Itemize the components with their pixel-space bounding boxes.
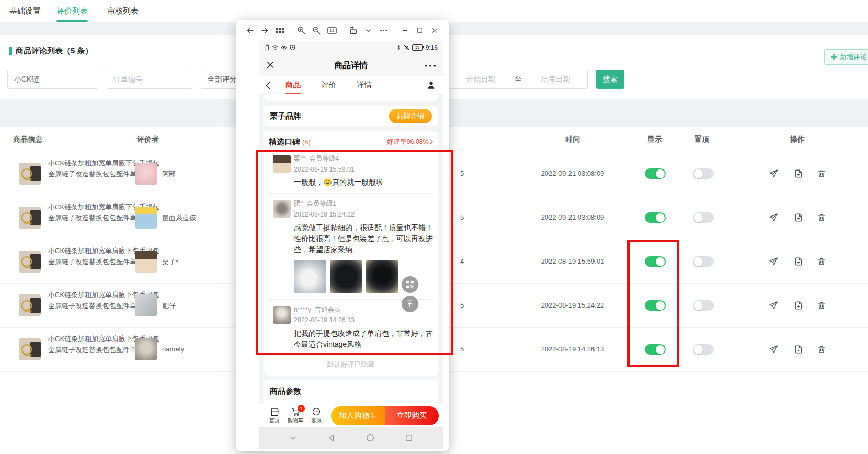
cart-badge: 1 [298, 405, 305, 412]
delete-icon[interactable] [817, 301, 826, 310]
show-toggle[interactable] [645, 212, 666, 223]
review-text: 一般般， [294, 177, 323, 188]
share-icon[interactable] [769, 345, 778, 354]
back-icon[interactable] [245, 26, 255, 35]
toggle-knob [694, 301, 703, 310]
cart-nav-item[interactable]: 1 购物车 [285, 407, 306, 424]
review-score: 5 [460, 345, 464, 353]
more-options-icon[interactable] [379, 26, 388, 35]
top-toggle[interactable] [693, 344, 714, 355]
show-toggle[interactable] [645, 300, 666, 311]
add-comment-button[interactable]: 新增评论 [824, 49, 868, 65]
phone-screen: 55 9:16 商品详情 商品 评价 详情 栗子品牌 品牌介绍 [259, 41, 443, 449]
tab-goods[interactable]: 商品 [285, 80, 301, 91]
review-content: 把我的手提包改造成了单肩包，非常好，古今最适合vintage风格 [294, 328, 433, 350]
qr-code-button[interactable] [402, 276, 418, 293]
qr-code-icon [406, 280, 414, 289]
tab-detail[interactable]: 详情 [357, 80, 372, 91]
order-number-input[interactable] [107, 70, 192, 89]
share-icon[interactable] [769, 213, 778, 222]
reviewer-avatar [135, 163, 157, 185]
show-toggle[interactable] [645, 256, 666, 267]
zoom-in-icon[interactable] [297, 26, 306, 35]
top-toggle[interactable] [693, 168, 714, 179]
product-search-input[interactable] [7, 70, 98, 89]
start-date-placeholder: 开始日期 [449, 75, 512, 84]
rotate-screen-icon[interactable] [348, 26, 358, 35]
review-user-level: 普通会员 [315, 306, 341, 313]
review-score: 5 [460, 213, 464, 221]
top-toggle[interactable] [693, 212, 714, 223]
wifi-icon [272, 44, 278, 50]
cart-label: 购物车 [288, 417, 303, 424]
review-user-level: 会员等级1 [306, 200, 336, 207]
minimize-icon[interactable] [400, 26, 409, 35]
close-icon[interactable] [430, 26, 440, 35]
chevron-down-icon[interactable] [363, 26, 373, 35]
maximize-icon[interactable] [415, 26, 425, 35]
back-to-top-button[interactable] [402, 296, 418, 312]
service-nav-item[interactable]: 客服 [306, 407, 327, 424]
more-menu-icon[interactable] [425, 64, 436, 68]
reviews-card: 精选口碑 (5) 好评率96.08% 栗** 会员等级4 2022-08-19 … [264, 131, 438, 376]
copy-file-icon[interactable] [794, 257, 803, 266]
toggle-knob [656, 257, 665, 266]
hide-nav-icon[interactable] [289, 434, 298, 442]
review-avatar [273, 306, 291, 324]
phone-status-bar: 55 9:16 [259, 41, 443, 54]
android-home-icon[interactable] [366, 433, 375, 442]
review-content: 感觉做工挺精细的，很适配！质量也不错！性价比很高！但是包装差了点，可以再改进些，… [294, 222, 433, 255]
header-reviewer: 评价者 [137, 135, 159, 144]
delete-icon[interactable] [817, 257, 826, 266]
tab-basic-settings[interactable]: 基础设置 [9, 0, 41, 22]
review-time: 2022-08-19 15:24:22 [539, 301, 607, 309]
brand-intro-button[interactable]: 品牌介绍 [389, 109, 432, 123]
copy-file-icon[interactable] [794, 345, 803, 354]
top-toggle[interactable] [693, 300, 714, 311]
end-date-placeholder: 结束日期 [524, 75, 587, 84]
copy-file-icon[interactable] [794, 301, 803, 310]
top-toggle[interactable] [693, 256, 714, 267]
positive-rate-link[interactable]: 好评率96.08% [387, 138, 433, 146]
arrow-up-icon [406, 300, 414, 308]
search-button[interactable]: 搜索 [596, 70, 624, 89]
apps-grid-icon[interactable] [276, 26, 285, 35]
share-icon[interactable] [769, 257, 778, 266]
delete-icon[interactable] [817, 345, 826, 354]
review-photo[interactable] [330, 260, 362, 293]
copy-file-icon[interactable] [794, 169, 803, 178]
toggle-knob [656, 213, 665, 222]
delete-icon[interactable] [817, 169, 826, 178]
params-title: 商品参数 [270, 387, 432, 396]
back-chevron-icon[interactable] [265, 81, 271, 90]
reviewer-avatar [135, 294, 157, 316]
shop-icon [270, 407, 280, 416]
home-label: 首页 [269, 417, 280, 424]
home-nav-item[interactable]: 首页 [264, 407, 285, 424]
tab-audit-list[interactable]: 审核列表 [107, 0, 139, 22]
share-icon[interactable] [769, 301, 778, 310]
buy-now-button[interactable]: 立即购买 [385, 406, 439, 425]
delete-icon[interactable] [817, 213, 826, 222]
reviewer-name: 栗子* [162, 257, 178, 267]
add-to-cart-button[interactable]: 加入购物车 [331, 406, 385, 425]
android-recents-icon[interactable] [405, 434, 413, 442]
date-range-picker[interactable]: 开始日期 至 结束日期 [449, 70, 588, 89]
zoom-out-icon[interactable] [312, 26, 322, 35]
actual-size-icon[interactable]: 1:1 [327, 26, 337, 35]
show-toggle[interactable] [645, 168, 666, 179]
android-back-icon[interactable] [327, 434, 336, 442]
section-title: 商品评论列表（5 条） [9, 46, 93, 56]
tab-reviews[interactable]: 评价 [321, 80, 336, 91]
user-icon[interactable] [426, 80, 436, 90]
review-photo[interactable] [294, 260, 326, 293]
copy-file-icon[interactable] [794, 213, 803, 222]
show-toggle[interactable] [645, 344, 666, 355]
toolbar-divider [342, 26, 342, 35]
product-image [19, 338, 41, 360]
review-photo[interactable] [366, 260, 398, 293]
share-icon[interactable] [769, 169, 778, 178]
forward-icon[interactable] [260, 26, 270, 35]
tab-review-list[interactable]: 评价列表 [56, 0, 88, 22]
review-time: 2022-08-19 14:26:13 [539, 345, 607, 353]
